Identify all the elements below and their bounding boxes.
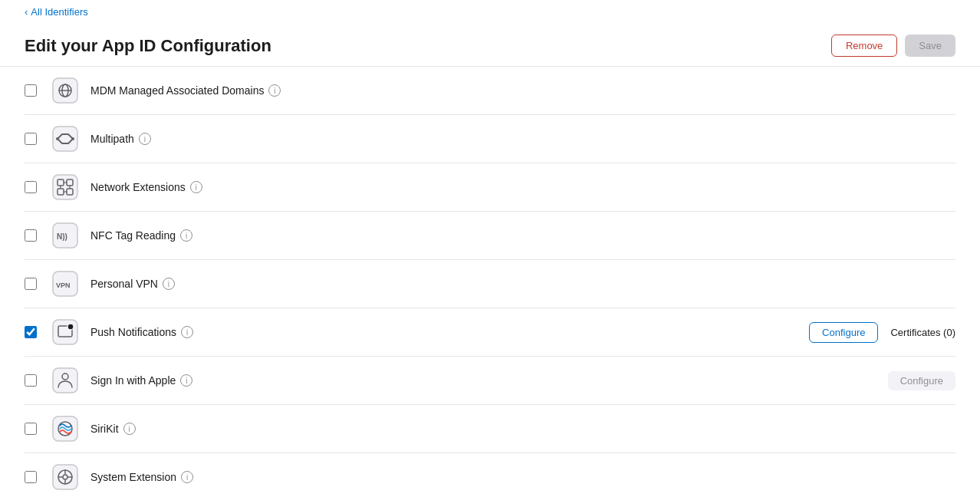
system-extension-icon bbox=[49, 461, 81, 493]
capability-row-nfc: N)) NFC Tag Reading i bbox=[25, 212, 955, 260]
mdm-icon bbox=[49, 74, 81, 107]
checkbox-push-notifications[interactable] bbox=[25, 326, 49, 338]
sign-in-apple-actions: Configure bbox=[888, 371, 955, 390]
breadcrumb-arrow: ‹ bbox=[25, 6, 28, 18]
checkbox-input-nfc[interactable] bbox=[25, 229, 37, 242]
capability-row-vpn: VPN Personal VPN i bbox=[25, 260, 955, 308]
capability-row-network-extensions: Network Extensions i bbox=[25, 163, 955, 212]
info-icon-push-notifications[interactable]: i bbox=[181, 326, 193, 338]
checkbox-input-sign-in-apple[interactable] bbox=[25, 374, 37, 387]
capability-name-nfc: NFC Tag Reading i bbox=[90, 229, 955, 242]
configure-sign-in-apple-button: Configure bbox=[888, 371, 955, 390]
capability-name-vpn: Personal VPN i bbox=[90, 278, 955, 290]
push-notifications-certificates: Certificates (0) bbox=[890, 327, 955, 338]
capability-name-push-notifications: Push Notifications i bbox=[90, 326, 809, 338]
info-icon-sirikit[interactable]: i bbox=[123, 423, 136, 435]
checkbox-vpn[interactable] bbox=[25, 278, 49, 290]
info-icon-nfc[interactable]: i bbox=[180, 229, 192, 242]
info-icon-network-extensions[interactable]: i bbox=[190, 181, 202, 193]
capability-row-sirikit: SiriKit i bbox=[25, 405, 955, 453]
svg-rect-20 bbox=[53, 320, 77, 344]
svg-point-6 bbox=[71, 137, 74, 140]
checkbox-input-vpn[interactable] bbox=[25, 278, 37, 290]
configure-push-notifications-button[interactable]: Configure bbox=[809, 322, 878, 343]
svg-point-22 bbox=[67, 324, 74, 330]
push-notifications-actions: Configure Certificates (0) bbox=[809, 322, 955, 343]
capability-row-system-extension: System Extension i bbox=[25, 453, 955, 497]
multipath-icon bbox=[49, 123, 81, 155]
svg-text:VPN: VPN bbox=[56, 281, 71, 289]
capabilities-list: MDM Managed Associated Domains i Multipa… bbox=[0, 67, 980, 497]
capability-row-multipath: Multipath i bbox=[25, 115, 955, 163]
sirikit-icon bbox=[49, 413, 81, 445]
svg-rect-23 bbox=[53, 368, 77, 393]
capability-name-sirikit: SiriKit i bbox=[90, 423, 955, 435]
save-button: Save bbox=[905, 35, 955, 57]
breadcrumb-label: All Identifiers bbox=[31, 6, 87, 18]
svg-rect-27 bbox=[53, 465, 77, 489]
svg-rect-7 bbox=[53, 175, 77, 199]
checkbox-multipath[interactable] bbox=[25, 133, 49, 145]
capability-row-mdm: MDM Managed Associated Domains i bbox=[25, 67, 955, 115]
checkbox-sign-in-apple[interactable] bbox=[25, 374, 49, 387]
sign-in-apple-icon bbox=[49, 364, 81, 397]
capability-name-sign-in-apple: Sign In with Apple i bbox=[90, 374, 888, 387]
info-icon-system-extension[interactable]: i bbox=[181, 471, 193, 483]
checkbox-input-push-notifications[interactable] bbox=[25, 326, 37, 338]
capability-name-system-extension: System Extension i bbox=[90, 471, 955, 483]
header-actions: Remove Save bbox=[831, 35, 955, 57]
checkbox-input-mdm[interactable] bbox=[25, 84, 37, 97]
checkbox-input-multipath[interactable] bbox=[25, 133, 37, 145]
vpn-icon: VPN bbox=[49, 268, 81, 300]
info-icon-sign-in-apple[interactable]: i bbox=[180, 374, 192, 387]
info-icon-multipath[interactable]: i bbox=[139, 133, 151, 145]
checkbox-system-extension[interactable] bbox=[25, 471, 49, 483]
checkbox-mdm[interactable] bbox=[25, 84, 49, 97]
capability-name-network-extensions: Network Extensions i bbox=[90, 181, 955, 193]
page-title: Edit your App ID Configuration bbox=[25, 36, 271, 56]
info-icon-vpn[interactable]: i bbox=[163, 278, 175, 290]
checkbox-network-extensions[interactable] bbox=[25, 181, 49, 193]
breadcrumb[interactable]: ‹ All Identifiers bbox=[25, 6, 955, 18]
checkbox-sirikit[interactable] bbox=[25, 423, 49, 435]
capability-name-multipath: Multipath i bbox=[90, 133, 955, 145]
capability-row-push-notifications: Push Notifications i Configure Certifica… bbox=[25, 308, 955, 357]
capability-row-sign-in-apple: Sign In with Apple i Configure bbox=[25, 357, 955, 405]
nfc-icon: N)) bbox=[49, 219, 81, 252]
svg-text:N)): N)) bbox=[57, 232, 67, 241]
push-notifications-icon bbox=[49, 316, 81, 348]
capability-name-mdm: MDM Managed Associated Domains i bbox=[90, 84, 955, 97]
checkbox-nfc[interactable] bbox=[25, 229, 49, 242]
checkbox-input-sirikit[interactable] bbox=[25, 423, 37, 435]
network-extensions-icon bbox=[49, 171, 81, 203]
svg-point-5 bbox=[56, 137, 59, 140]
checkbox-input-network-extensions[interactable] bbox=[25, 181, 37, 193]
info-icon-mdm[interactable]: i bbox=[268, 84, 281, 97]
checkbox-input-system-extension[interactable] bbox=[25, 471, 37, 483]
remove-button[interactable]: Remove bbox=[831, 35, 897, 57]
